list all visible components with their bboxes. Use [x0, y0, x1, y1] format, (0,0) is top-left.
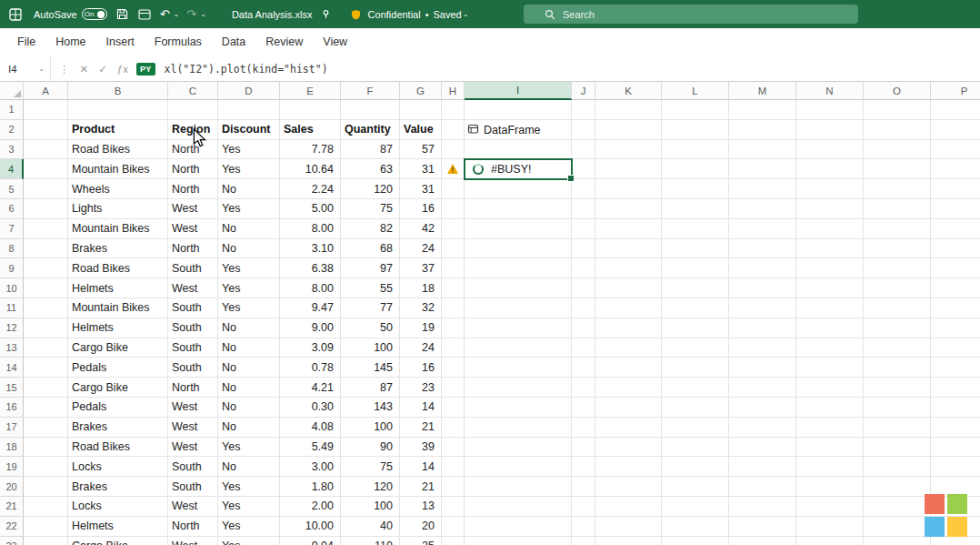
cell[interactable] [662, 199, 729, 219]
cell[interactable] [662, 457, 729, 477]
cell[interactable]: 9.00 [280, 318, 341, 338]
cell[interactable]: No [218, 378, 280, 398]
cell[interactable]: Yes [218, 517, 280, 537]
cell[interactable]: 24 [400, 239, 442, 259]
cell[interactable]: No [218, 338, 280, 358]
column-header[interactable]: L [662, 82, 729, 100]
cell[interactable]: No [218, 418, 280, 438]
menu-item-view[interactable]: View [313, 28, 357, 56]
cell[interactable] [796, 100, 864, 120]
column-header[interactable]: E [280, 82, 341, 100]
cell[interactable]: Yes [218, 159, 280, 179]
cell[interactable] [595, 398, 662, 418]
cell[interactable]: 90 [341, 438, 400, 458]
cell[interactable] [729, 517, 796, 537]
cell[interactable] [24, 418, 68, 438]
cell[interactable] [341, 100, 400, 120]
cell[interactable]: North [168, 378, 218, 398]
dataframe-cell[interactable]: DataFrame [467, 120, 541, 139]
column-header[interactable]: O [864, 82, 931, 100]
cell[interactable]: Yes [218, 199, 280, 219]
cell[interactable] [465, 179, 572, 199]
cell[interactable] [729, 438, 796, 458]
cell[interactable] [465, 457, 572, 477]
cell[interactable] [931, 457, 980, 477]
cell[interactable] [442, 477, 465, 497]
cell[interactable]: 57 [400, 140, 442, 160]
cell[interactable] [442, 120, 465, 140]
cell[interactable] [595, 338, 662, 358]
cell[interactable] [729, 358, 796, 378]
cell[interactable] [595, 258, 662, 278]
cell[interactable] [931, 120, 980, 140]
cell[interactable] [864, 537, 931, 545]
cell[interactable] [595, 159, 662, 179]
row-header[interactable]: 7 [0, 219, 24, 239]
cell[interactable] [931, 258, 980, 278]
cell[interactable]: Mountain Bikes [68, 159, 168, 179]
row-header[interactable]: 12 [0, 318, 24, 338]
cell[interactable] [442, 398, 465, 418]
row-header[interactable]: 20 [0, 477, 24, 497]
cell[interactable]: No [218, 239, 280, 259]
cell[interactable]: 18 [400, 278, 442, 298]
column-header[interactable]: B [68, 82, 168, 100]
cell[interactable] [465, 219, 572, 239]
search-box[interactable]: Search [524, 5, 858, 24]
row-header[interactable]: 1 [0, 100, 24, 120]
cell[interactable] [931, 100, 980, 120]
cell[interactable] [572, 219, 595, 239]
cell[interactable] [572, 438, 595, 458]
cell[interactable] [864, 358, 931, 378]
cell[interactable] [595, 378, 662, 398]
cell[interactable] [572, 517, 595, 537]
cell[interactable] [24, 179, 68, 199]
menu-item-file[interactable]: File [7, 28, 45, 56]
cell[interactable]: 40 [341, 517, 400, 537]
cell[interactable] [24, 258, 68, 278]
cell[interactable] [931, 298, 980, 318]
cell[interactable]: Helmets [68, 517, 168, 537]
cell[interactable]: Yes [218, 258, 280, 278]
cell[interactable] [662, 477, 729, 497]
column-header[interactable]: A [24, 82, 68, 100]
row-header[interactable]: 21 [0, 497, 24, 517]
cell[interactable]: 97 [341, 258, 400, 278]
cell[interactable]: West [168, 199, 218, 219]
cell[interactable]: 50 [341, 318, 400, 338]
cell[interactable]: Yes [218, 438, 280, 458]
cell[interactable]: Brakes [68, 477, 168, 497]
cell[interactable] [595, 438, 662, 458]
cell[interactable]: West [168, 438, 218, 458]
cell[interactable] [572, 358, 595, 378]
cell[interactable] [595, 278, 662, 298]
cell[interactable] [595, 418, 662, 438]
cell[interactable] [864, 179, 931, 199]
cell[interactable] [465, 497, 572, 517]
cell[interactable] [465, 517, 572, 537]
row-header[interactable]: 23 [0, 537, 24, 545]
cell[interactable]: 37 [400, 258, 442, 278]
cell[interactable] [442, 258, 465, 278]
cell[interactable] [931, 358, 980, 378]
cell[interactable]: 110 [341, 537, 400, 545]
cell[interactable] [662, 497, 729, 517]
cell[interactable] [931, 418, 980, 438]
cell[interactable] [931, 378, 980, 398]
cell[interactable]: 14 [400, 457, 442, 477]
cell[interactable]: 120 [341, 179, 400, 199]
cancel-icon[interactable]: ✕ [80, 63, 89, 76]
cell[interactable] [796, 219, 864, 239]
cell[interactable] [729, 338, 796, 358]
qat-customize-chevron-icon[interactable]: ⌄ [200, 10, 206, 18]
cell[interactable] [465, 537, 572, 545]
cell[interactable] [931, 338, 980, 358]
cell[interactable] [595, 358, 662, 378]
cell[interactable] [465, 338, 572, 358]
column-header[interactable]: P [931, 82, 980, 100]
cell[interactable] [796, 140, 864, 160]
cell[interactable] [465, 398, 572, 418]
cell[interactable] [465, 258, 572, 278]
formula-input[interactable]: xl("I2").plot(kind="hist") [165, 63, 328, 76]
cell[interactable]: 9.04 [280, 537, 341, 545]
